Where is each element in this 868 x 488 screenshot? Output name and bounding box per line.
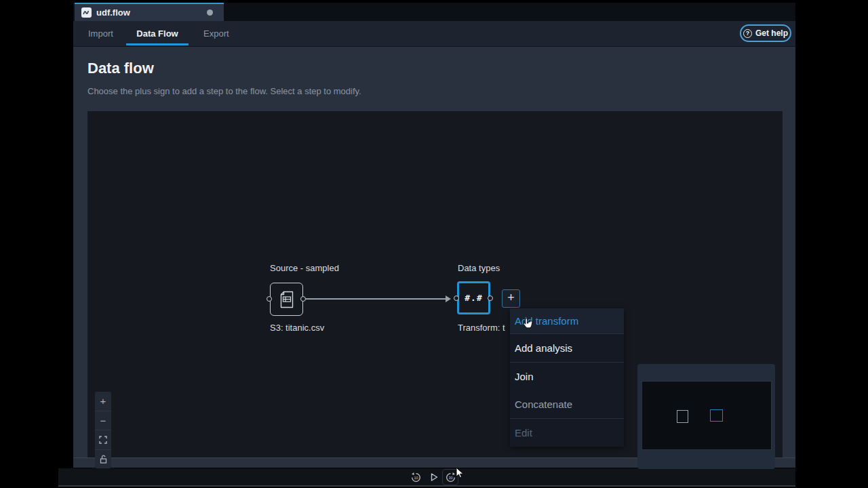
- source-node-subtitle: S3: titanic.csv: [270, 323, 324, 333]
- menu-item-edit: Edit: [510, 419, 624, 447]
- minimap-viewport: [642, 381, 772, 450]
- data-wrangler-flow-icon: [81, 7, 92, 18]
- zoom-in-button[interactable]: +: [95, 392, 111, 411]
- flow-minimap[interactable]: [637, 364, 775, 469]
- page-subtitle: Choose the plus sign to add a step to th…: [87, 86, 361, 96]
- flow-edge: [306, 298, 446, 300]
- forward-seconds-label: 30: [448, 475, 452, 479]
- minimap-source-node: [677, 410, 688, 423]
- menu-item-concatenate[interactable]: Concatenate: [510, 390, 624, 418]
- unlock-icon: [100, 455, 107, 464]
- active-tab-underline: [126, 43, 189, 45]
- rewind-10-button[interactable]: 10: [408, 469, 424, 485]
- flow-edge-arrowhead: [446, 296, 451, 302]
- transform-node-title: Data types: [458, 263, 500, 273]
- menu-item-add-analysis[interactable]: Add analysis: [510, 334, 624, 362]
- app-window: udf.flow Import Data Flow Export ? Get h…: [73, 3, 795, 468]
- get-help-label: Get help: [755, 28, 788, 38]
- rewind-seconds-label: 10: [414, 475, 418, 479]
- source-node[interactable]: [270, 283, 303, 316]
- editor-tabstrip: udf.flow: [73, 3, 795, 21]
- forward-30-button[interactable]: 30: [442, 469, 458, 485]
- video-scrub-bar[interactable]: [58, 485, 795, 487]
- editor-tab-title: udf.flow: [96, 7, 202, 18]
- menu-item-add-transform[interactable]: Add transform: [510, 308, 624, 333]
- screen: udf.flow Import Data Flow Export ? Get h…: [0, 0, 868, 488]
- video-player-bar: 10 30: [58, 468, 795, 486]
- source-node-title: Source - sampled: [270, 263, 339, 273]
- zoom-out-button[interactable]: −: [95, 411, 111, 431]
- file-table-icon: [278, 289, 296, 310]
- page-title: Data flow: [87, 60, 154, 77]
- get-help-button[interactable]: ? Get help: [740, 24, 791, 42]
- question-mark-icon: ?: [743, 29, 752, 38]
- transform-node-subtitle: Transform: t: [458, 323, 505, 333]
- transform-output-port[interactable]: [488, 296, 493, 301]
- tab-export[interactable]: Export: [203, 28, 229, 39]
- nav-toolbar: Import Data Flow Export ? Get help: [73, 21, 795, 47]
- play-button[interactable]: [426, 469, 442, 485]
- tab-data-flow[interactable]: Data Flow: [126, 28, 189, 39]
- fit-screen-icon: [99, 436, 107, 444]
- source-input-port[interactable]: [267, 296, 272, 302]
- editor-tab-udf-flow[interactable]: udf.flow: [75, 3, 224, 21]
- unsaved-changes-dot: [207, 9, 213, 16]
- lock-button[interactable]: [95, 450, 111, 469]
- transform-input-port[interactable]: [454, 296, 459, 301]
- canvas-zoom-panel: + −: [95, 392, 111, 468]
- node-context-menu: Add transform Add analysis Join Concaten…: [510, 308, 624, 447]
- fit-screen-button[interactable]: [95, 430, 111, 450]
- minimap-transform-node: [710, 409, 723, 422]
- flow-canvas[interactable]: Source - sampled S3: titanic.csv Data t: [87, 111, 783, 458]
- add-step-button[interactable]: +: [502, 289, 520, 308]
- menu-item-join[interactable]: Join: [510, 363, 624, 390]
- data-types-icon: #.#: [465, 293, 482, 303]
- transform-node[interactable]: #.#: [457, 281, 490, 314]
- source-output-port[interactable]: [300, 296, 306, 302]
- tab-import[interactable]: Import: [88, 28, 113, 39]
